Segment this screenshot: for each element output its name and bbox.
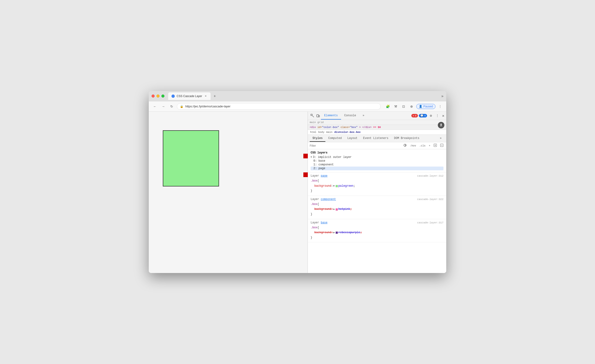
warning-badge[interactable]: 💬 4: [419, 114, 427, 117]
layer-link-base[interactable]: base: [321, 221, 327, 224]
tab-overflow[interactable]: »: [359, 112, 368, 120]
browser-tab-active[interactable]: CSS Cascade Layer ✕: [168, 92, 211, 100]
warning-count: 4: [424, 114, 426, 117]
rule-selector-line-page: .box {: [311, 179, 443, 184]
tab-close-button[interactable]: ✕: [204, 95, 207, 98]
address-bar[interactable]: 🔒 https://jec.fyi/demo/cascade-layer: [177, 103, 381, 110]
layer-page[interactable]: 2: page: [311, 166, 443, 170]
rule-brace-open-component: {: [317, 202, 319, 207]
tab-console[interactable]: Console: [341, 112, 359, 120]
profile-icon[interactable]: ⊕: [408, 103, 415, 110]
layer-root-label: 3: implicit outer layer: [313, 156, 352, 159]
layer-page-label: 2: page: [313, 167, 325, 170]
tab-dom-breakpoints[interactable]: DOM Breakpoints: [391, 135, 422, 142]
main-content: Elements Console » ✕ 8 💬 4 ⚙ ⋮ ✕: [149, 112, 446, 273]
cast-button[interactable]: ⊡: [400, 103, 407, 110]
rule-brace-open-base: {: [317, 225, 319, 230]
layer-component-label: 1: component: [313, 163, 333, 166]
dom-breadcrumb-text: main grid: [310, 121, 324, 124]
layer-word-2: Layer: [311, 221, 319, 224]
filter-refresh-btn[interactable]: [403, 143, 408, 148]
filter-computed-btn[interactable]: [439, 143, 444, 148]
breadcrumb-current[interactable]: div#color-box.box: [334, 131, 361, 134]
error-badge[interactable]: ✕ 8: [411, 114, 418, 117]
rule-colon-component: :: [331, 207, 333, 212]
color-swatch-page[interactable]: [336, 185, 338, 187]
color-triangle-base[interactable]: ▶: [333, 231, 335, 235]
layer-component[interactable]: 1: component: [311, 163, 443, 166]
close-button[interactable]: [152, 95, 155, 97]
tab-bar: CSS Cascade Layer ✕ + »: [168, 92, 443, 100]
minimize-button[interactable]: [156, 95, 160, 97]
color-swatch-base[interactable]: [336, 232, 338, 234]
layer-source-base: cascade-layer:317: [417, 221, 443, 224]
refresh-button[interactable]: ↻: [168, 103, 175, 110]
extensions-button[interactable]: 🧩: [384, 103, 391, 110]
rule-semi-component: ;: [350, 207, 352, 212]
breadcrumb-main[interactable]: main: [326, 131, 333, 134]
attr-class: class=: [340, 126, 350, 129]
layer-label-base: Layer base: [311, 221, 327, 224]
devtools-shortcut-button[interactable]: ⚒: [392, 103, 399, 110]
back-button[interactable]: ←: [152, 103, 158, 110]
tab-overflow-button[interactable]: »: [441, 94, 443, 98]
layer-link-component[interactable]: component: [321, 198, 336, 201]
forward-button[interactable]: →: [160, 103, 167, 110]
filter-add-btn[interactable]: +: [428, 144, 431, 148]
menu-button[interactable]: ⋮: [437, 103, 443, 110]
layer-rule-page-header: Layer page cascade-layer:312: [311, 174, 443, 178]
rule-property-line-page: background : ▶ palegreen ;: [311, 184, 443, 189]
breadcrumb-body[interactable]: body: [318, 131, 324, 134]
layer-label-component: Layer component: [311, 198, 336, 201]
nav-actions: 🧩 ⚒ ⊡ ⊕ 👤 Paused ⋮: [384, 103, 443, 110]
layer-base[interactable]: 0: base: [311, 159, 443, 163]
tab-elements[interactable]: Elements: [321, 112, 341, 120]
layer-root[interactable]: ▼ 3: implicit outer layer: [311, 155, 443, 159]
filter-new-style-btn[interactable]: [433, 143, 438, 148]
svg-rect-4: [319, 115, 319, 117]
device-toolbar-button[interactable]: [315, 113, 321, 119]
tab-computed[interactable]: Computed: [325, 135, 345, 142]
accessibility-icon[interactable]: [438, 122, 444, 128]
tab-title: CSS Cascade Layer: [177, 95, 202, 98]
rule-property-line-base: background : ▶ rebeccapurple ;: [311, 230, 443, 235]
layer-source-page: cascade-layer:312: [417, 174, 443, 177]
breadcrumb-html[interactable]: html: [310, 131, 316, 134]
security-icon: 🔒: [180, 105, 184, 108]
breadcrumb: html body main div#color-box.box: [308, 130, 446, 135]
tab-overflow-styles[interactable]: »: [437, 135, 444, 142]
rule-colon-base: :: [331, 230, 333, 235]
new-tab-button[interactable]: +: [212, 93, 218, 99]
title-bar: CSS Cascade Layer ✕ + »: [149, 91, 446, 101]
layer-link-page[interactable]: page: [321, 174, 327, 178]
rule-close-base: }: [311, 235, 443, 240]
filter-hov-btn[interactable]: :hov: [409, 144, 417, 148]
inspect-element-button[interactable]: [310, 113, 315, 119]
css-layers-title: CSS layers: [311, 151, 443, 154]
maximize-button[interactable]: [161, 95, 164, 97]
layer-label-page: Layer page: [311, 174, 327, 178]
more-options-button[interactable]: ⋮: [434, 113, 440, 119]
color-triangle-component[interactable]: ▶: [333, 207, 335, 212]
tab-layout[interactable]: Layout: [345, 135, 360, 142]
paused-button[interactable]: 👤 Paused: [416, 104, 435, 109]
tab-event-listeners[interactable]: Event Listeners: [360, 135, 391, 142]
browser-window: CSS Cascade Layer ✕ + » ← → ↻ 🔒 https://…: [149, 91, 446, 273]
triangle-icon: ▼: [311, 156, 312, 158]
styles-tabs: Styles Computed Layout Event Listeners D…: [308, 135, 446, 142]
tab-favicon: [171, 95, 175, 98]
dom-marker: == $0: [373, 126, 381, 129]
svg-line-14: [440, 126, 441, 127]
attr-id: id=: [317, 126, 322, 129]
devtools-close-button[interactable]: ✕: [442, 113, 444, 118]
filter-cls-btn[interactable]: .cls: [418, 144, 426, 148]
rule-close-component: }: [311, 212, 443, 217]
color-triangle-page[interactable]: ▶: [333, 184, 335, 188]
settings-button[interactable]: ⚙: [428, 113, 434, 119]
tab-styles[interactable]: Styles: [310, 135, 325, 142]
filter-actions: :hov .cls +: [403, 143, 444, 148]
layer-base-label: 0: base: [313, 159, 325, 163]
rule-brace-open-page: {: [317, 179, 319, 184]
filter-input[interactable]: [310, 144, 401, 147]
color-swatch-component[interactable]: [336, 208, 338, 211]
